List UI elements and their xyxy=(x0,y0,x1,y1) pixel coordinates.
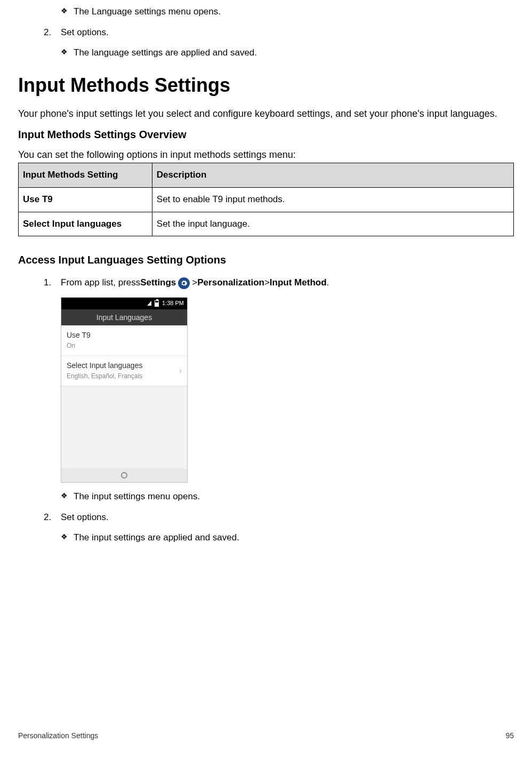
list-text: Set options. xyxy=(61,26,109,39)
phone-row-use-t9[interactable]: Use T9 On xyxy=(61,325,187,356)
home-icon[interactable] xyxy=(121,472,127,478)
step-text-pre: From app list, press xyxy=(61,276,140,290)
list-number: 2. xyxy=(44,26,61,39)
page-body: ❖ The Language settings menu opens. 2. S… xyxy=(0,0,532,545)
separator: > xyxy=(264,276,270,290)
table-row: Select Input languages Set the input lan… xyxy=(19,212,514,236)
list-text: Set options. xyxy=(61,511,109,524)
heading-input-methods: Input Methods Settings xyxy=(18,71,514,99)
cell-setting: Select Input languages xyxy=(19,212,152,236)
table-header-description: Description xyxy=(152,163,513,188)
diamond-bullet-icon: ❖ xyxy=(61,46,74,57)
bullet-item: ❖ The input settings are applied and sav… xyxy=(61,531,514,545)
bold-settings: Settings xyxy=(140,276,176,290)
phone-titlebar: Input Languages xyxy=(61,309,187,325)
cell-description: Set to enable T9 input methods. xyxy=(152,187,513,212)
bullet-text: The input settings are applied and saved… xyxy=(74,531,239,545)
table-row: Use T9 Set to enable T9 input methods. xyxy=(19,187,514,212)
table-header-setting: Input Methods Setting xyxy=(19,163,152,188)
status-time: 1:38 PM xyxy=(162,299,184,308)
footer-page-number: 95 xyxy=(505,730,514,741)
chevron-right-icon: › xyxy=(179,364,182,377)
heading-access-options: Access Input Languages Setting Options xyxy=(18,252,514,268)
phone-navbar xyxy=(61,468,187,482)
bold-personalization: Personalization xyxy=(197,276,264,290)
list-number: 1. xyxy=(44,276,61,290)
phone-row-select-languages[interactable]: Select Input languages English, Español,… xyxy=(61,356,187,386)
bullet-item: ❖ The input settings menu opens. xyxy=(61,490,514,504)
battery-icon xyxy=(155,300,159,307)
cell-description: Set the input language. xyxy=(152,212,513,236)
period: . xyxy=(327,276,329,290)
lead-paragraph: You can set the following options in inp… xyxy=(18,148,514,162)
list-number: 2. xyxy=(44,511,61,524)
row-subtitle: English, Español, Français xyxy=(67,372,182,381)
bullet-item: ❖ The Language settings menu opens. xyxy=(61,5,514,19)
footer-section: Personalization Settings xyxy=(18,730,98,741)
numbered-item: 2. Set options. xyxy=(44,26,514,39)
diamond-bullet-icon: ❖ xyxy=(61,5,74,16)
settings-table: Input Methods Setting Description Use T9… xyxy=(18,163,514,236)
diamond-bullet-icon: ❖ xyxy=(61,531,74,542)
phone-screenshot: 1:38 PM Input Languages Use T9 On Select… xyxy=(61,297,188,483)
row-subtitle: On xyxy=(67,341,182,350)
diamond-bullet-icon: ❖ xyxy=(61,490,74,501)
row-title: Use T9 xyxy=(67,330,182,340)
heading-overview: Input Methods Settings Overview xyxy=(18,127,514,142)
phone-statusbar: 1:38 PM xyxy=(61,298,187,309)
intro-paragraph: Your phone's input settings let you sele… xyxy=(18,107,514,121)
numbered-item: 2. Set options. xyxy=(44,511,514,524)
gear-icon xyxy=(178,277,190,289)
bullet-item: ❖ The language settings are applied and … xyxy=(61,46,514,60)
page-footer: Personalization Settings 95 xyxy=(18,730,514,741)
bullet-text: The Language settings menu opens. xyxy=(74,5,221,19)
separator: > xyxy=(192,276,197,290)
row-title: Select Input languages xyxy=(67,360,182,371)
numbered-item: 1. From app list, press Settings > Perso… xyxy=(44,276,514,290)
bullet-text: The input settings menu opens. xyxy=(74,490,200,504)
cell-setting: Use T9 xyxy=(19,187,152,212)
bullet-text: The language settings are applied and sa… xyxy=(74,46,257,60)
bold-input-method: Input Method xyxy=(270,276,327,290)
signal-icon xyxy=(147,301,151,306)
